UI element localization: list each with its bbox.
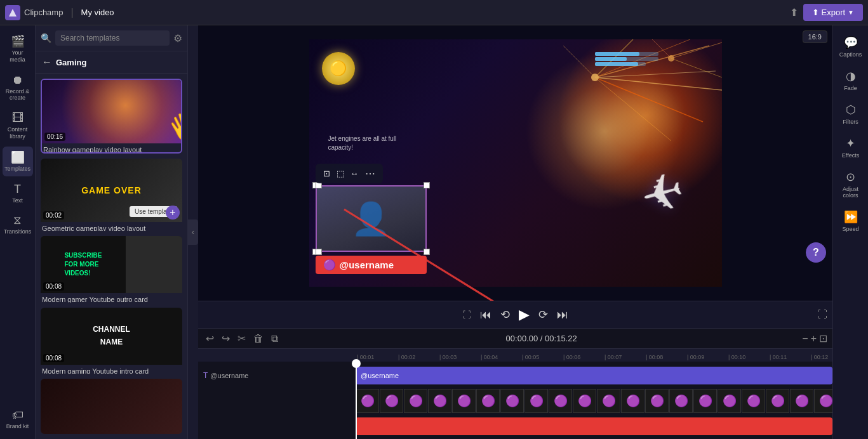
track-row-title: T @username @username (198, 364, 832, 387)
twitch-cell[interactable]: 🟣 (790, 389, 813, 413)
zoom-fit-button[interactable]: ⊡ (819, 332, 827, 344)
app-logo[interactable]: Clipchamp (5, 5, 63, 20)
captions-button[interactable]: 💬 Captions (835, 30, 867, 63)
twitch-cell[interactable]: 🟣 (356, 389, 379, 413)
topbar: Clipchamp | ⬆ ⬆ Export ▼ (0, 0, 868, 25)
playback-controls: ⛶ ⏮ ⟲ ▶ ⟳ ⏭ ⛶ (198, 301, 832, 328)
twitch-cell[interactable]: 🟣 (524, 389, 548, 413)
track-row-icons: 🟣 🟣 🟣 🟣 🟣 🟣 🟣 🟣 🟣 🟣 🟣 (198, 387, 832, 415)
flip-button[interactable]: ↔ (348, 167, 361, 180)
duplicate-button[interactable]: ⧉ (269, 332, 281, 346)
delete-button[interactable]: 🗑 (251, 332, 266, 346)
track-row-red (198, 415, 832, 438)
export-label: Export (822, 8, 846, 17)
track-content-title[interactable]: @username (356, 364, 832, 387)
ruler-mark: | 00:06 (562, 354, 603, 360)
twitch-cell[interactable]: 🟣 (718, 389, 741, 413)
twitch-cell[interactable]: 🟣 (380, 389, 403, 413)
zoom-out-button[interactable]: − (802, 333, 808, 344)
webcam-clip[interactable]: 👤 ⊡ ⬚ ↔ ⋯ (316, 185, 427, 252)
template-item-intro[interactable]: CHANNELNAME 00:08 Modern gaming Youtube … (41, 308, 182, 374)
twitch-cell[interactable]: 🟣 (645, 389, 669, 413)
clip-edit-toolbar: ⊡ ⬚ ↔ ⋯ (316, 164, 383, 183)
sidebar-item-content-library[interactable]: 🎞 Content library (3, 108, 33, 144)
resize-button[interactable]: ⬚ (334, 167, 347, 180)
ruler-mark: | 00:11 (768, 354, 810, 360)
sidebar-item-brand-kit[interactable]: 🏷 Brand kit (3, 405, 33, 434)
sidebar-item-transitions[interactable]: ⧖ Transitions (3, 210, 33, 239)
twitch-cell[interactable]: 🟣 (404, 389, 427, 413)
forward-button[interactable]: ⟳ (538, 308, 548, 322)
ruler-mark: | 00:10 (727, 354, 768, 360)
zoom-in-button[interactable]: + (811, 333, 817, 344)
track-content-icons[interactable]: 🟣 🟣 🟣 🟣 🟣 🟣 🟣 🟣 🟣 🟣 🟣 (356, 387, 832, 415)
twitch-cell[interactable]: 🟣 (814, 389, 832, 413)
crop-button[interactable]: ⊡ (321, 167, 333, 180)
twitch-cell[interactable]: 🟣 (573, 389, 596, 413)
adjust-colors-button[interactable]: ⊙ Adjust colors (835, 165, 867, 204)
filters-button[interactable]: ⬡ Filters (835, 98, 867, 130)
template-item-5[interactable] (41, 379, 182, 434)
red-track-clip[interactable] (356, 417, 832, 435)
twitch-cell[interactable]: 🟣 (669, 389, 693, 413)
filters-label: Filters (843, 119, 858, 125)
handle-tr[interactable] (424, 182, 430, 188)
username-text: @username (340, 259, 394, 270)
twitch-cell[interactable]: 🟣 (742, 389, 765, 413)
templates-icon: ⬜ (11, 150, 25, 164)
fade-button[interactable]: ◑ Fade (835, 64, 867, 96)
twitch-cell[interactable]: 🟣 (597, 389, 620, 413)
help-button[interactable]: ? (806, 242, 826, 263)
category-title: Gaming (56, 58, 86, 67)
play-button[interactable]: ▶ (519, 306, 530, 323)
twitch-cell[interactable]: 🟣 (500, 389, 524, 413)
template-item-geometric[interactable]: GAME OVER 00:02 Use template + Geometric… (41, 159, 182, 231)
filter-button[interactable]: ⚙ (173, 32, 182, 44)
save-icon[interactable]: ⬆ (790, 6, 798, 18)
template-thumb-intro: CHANNELNAME 00:08 (41, 308, 182, 365)
twitch-cell[interactable]: 🟣 (476, 389, 500, 413)
template-item-outro[interactable]: SUBSCRIBEFOR MOREVIDEOS! 00:08 Modern ga… (41, 236, 182, 302)
cut-button[interactable]: ✂ (235, 331, 248, 346)
sidebar-item-text[interactable]: T Text (3, 179, 33, 208)
twitch-cell[interactable]: 🟣 (549, 389, 572, 413)
rewind-button[interactable]: ⟲ (500, 308, 510, 322)
svg-line-7 (595, 77, 671, 141)
collapse-panel-button[interactable]: ‹ (188, 219, 198, 245)
twitch-cell[interactable]: 🟣 (428, 389, 451, 413)
twitch-cell[interactable]: 🟣 (452, 389, 476, 413)
redo-button[interactable]: ↪ (219, 331, 232, 346)
twitch-cell[interactable]: 🟣 (621, 389, 644, 413)
more-options-button[interactable]: ⋯ (363, 166, 378, 181)
twitch-cell[interactable]: 🟣 (693, 389, 717, 413)
export-button[interactable]: ⬆ Export ▼ (803, 4, 863, 21)
ruler-mark: | 00:12 (810, 354, 832, 360)
sidebar-item-templates[interactable]: ⬜ Templates (3, 147, 33, 176)
undo-button[interactable]: ↩ (203, 331, 217, 346)
sidebar-item-record-create[interactable]: ⏺ Record &create (3, 70, 33, 106)
effects-label: Effects (842, 152, 859, 159)
template-label-1: Rainbow gameplay video layout (42, 143, 181, 154)
search-input[interactable] (55, 30, 170, 46)
skip-to-end-button[interactable]: ⏭ (557, 308, 568, 322)
template-thumb-rainbow: 00:16 (42, 80, 181, 143)
fullscreen-button[interactable]: ⛶ (817, 309, 827, 320)
title-clip[interactable]: @username (356, 367, 832, 384)
effects-button[interactable]: ✦ Effects (835, 131, 867, 164)
twitch-cell[interactable]: 🟣 (766, 389, 789, 413)
handle-bm[interactable] (316, 249, 322, 255)
skip-to-start-button[interactable]: ⏮ (480, 308, 491, 322)
speed-button[interactable]: ⏩ Speed (835, 205, 867, 237)
track-content-red[interactable] (356, 415, 832, 438)
picture-in-picture-button[interactable]: ⛶ (462, 310, 471, 320)
aspect-ratio-button[interactable]: 16:9 (803, 30, 827, 43)
timeline-time-display: 00:00.00 / 00:15.22 (283, 334, 799, 343)
project-name-input[interactable] (81, 8, 188, 17)
template-duration-4: 00:08 (43, 354, 64, 362)
adjust-colors-label: Adjust colors (838, 186, 864, 199)
sidebar-item-your-media[interactable]: 🎬 Your media (3, 30, 33, 67)
template-item-rainbow[interactable]: 00:16 🖐 Rainbow gameplay video layout (41, 79, 182, 154)
add-template-button[interactable]: + (166, 206, 180, 219)
handle-br[interactable] (424, 249, 430, 255)
back-button[interactable]: ← (42, 56, 52, 68)
